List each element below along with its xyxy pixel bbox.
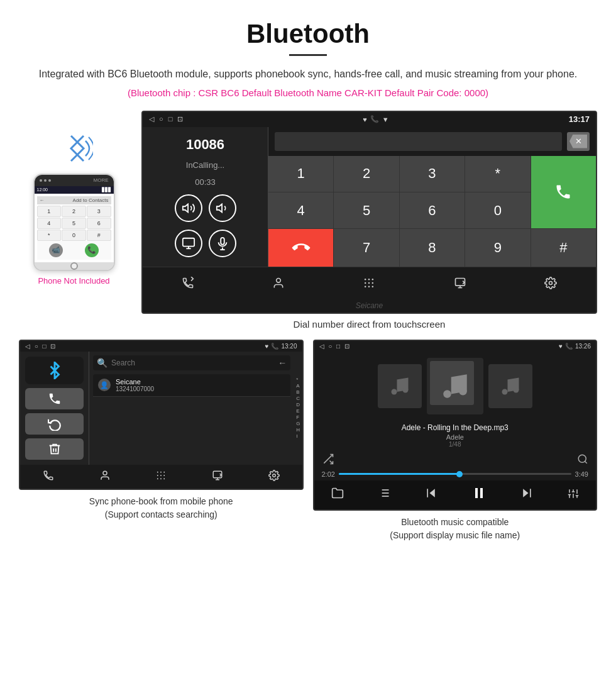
svg-point-30 — [160, 478, 162, 479]
numpad-key-5[interactable]: 5 — [334, 192, 399, 228]
bluetooth-signal-icon — [62, 130, 93, 173]
music-prev-btn[interactable] — [425, 487, 437, 503]
microphone-button[interactable] — [209, 230, 236, 257]
alpha-a[interactable]: A — [296, 383, 300, 389]
pb-toolbar-dialpad[interactable] — [155, 470, 167, 484]
numpad-key-6[interactable]: 6 — [400, 192, 465, 228]
music-screen: ◁ ○ □ ⊡ ♥ 📞 13:26 — [313, 340, 598, 511]
phone-dot — [48, 179, 51, 182]
numpad-key-0[interactable]: 0 — [465, 192, 530, 228]
phonebook-search-input[interactable] — [111, 358, 274, 367]
phone-key-4[interactable]: 4 — [37, 218, 62, 229]
pb-notif-icon[interactable]: ⊡ — [50, 343, 55, 350]
phone-home-bar — [35, 262, 114, 270]
numpad-key-2[interactable]: 2 — [334, 156, 399, 192]
search-back-icon[interactable]: ← — [278, 358, 287, 368]
numpad-key-3[interactable]: 3 — [400, 156, 465, 192]
phone-video-btn[interactable]: 📹 — [49, 243, 63, 257]
svg-point-31 — [164, 478, 165, 479]
music-folder-btn[interactable] — [331, 487, 344, 503]
phone-screen: ← Add to Contacts 1 2 3 4 5 6 * 0 # 📹 📞 — [35, 194, 114, 262]
toolbar-carplay-btn[interactable] — [448, 274, 473, 292]
phone-key-2[interactable]: 2 — [62, 206, 86, 217]
toolbar-contacts-btn[interactable] — [266, 274, 291, 292]
numpad-key-star[interactable]: * — [465, 156, 530, 192]
svg-point-29 — [157, 478, 158, 479]
notification-icon[interactable]: ⊡ — [177, 115, 183, 123]
page-header: Bluetooth Integrated with BC6 Bluetooth … — [0, 0, 616, 104]
alpha-d[interactable]: D — [296, 402, 300, 408]
phone-call-btn[interactable]: 📞 — [85, 243, 99, 257]
contact-item[interactable]: 👤 Seicane 13241007000 — [93, 374, 290, 397]
music-notif-icon[interactable]: ⊡ — [344, 343, 349, 350]
alpha-f[interactable]: F — [296, 414, 300, 420]
music-phone-icon: 📞 — [565, 343, 573, 350]
music-next-btn[interactable] — [520, 487, 533, 503]
page-specs: (Bluetooth chip : CSR BC6 Default Blueto… — [13, 87, 603, 98]
search-icon: 🔍 — [97, 358, 107, 368]
phone-key-3[interactable]: 3 — [87, 206, 111, 217]
delete-btn[interactable] — [25, 438, 84, 460]
phone-time: 12:00 — [37, 187, 48, 192]
alpha-h[interactable]: H — [296, 427, 300, 433]
number-input-field[interactable] — [275, 132, 562, 151]
numpad-key-9[interactable]: 9 — [465, 229, 530, 266]
alpha-i[interactable]: I — [296, 433, 300, 439]
svg-point-37 — [402, 387, 408, 392]
phone-key-1[interactable]: 1 — [37, 206, 62, 217]
numpad-key-7[interactable]: 7 — [334, 229, 399, 266]
alpha-b[interactable]: B — [296, 389, 300, 395]
phone-key-5[interactable]: 5 — [62, 218, 86, 229]
toolbar-dialpad-btn[interactable] — [356, 274, 382, 292]
back-icon[interactable]: ◁ — [149, 115, 154, 123]
music-track-num: 1/48 — [317, 441, 594, 448]
phone-home-button[interactable] — [70, 262, 78, 270]
pb-home-icon[interactable]: ○ — [35, 343, 38, 350]
svg-rect-2 — [182, 238, 194, 246]
phone-key-star[interactable]: * — [37, 230, 62, 241]
call-end-button[interactable] — [268, 229, 333, 266]
alpha-star[interactable]: * — [296, 377, 300, 382]
numpad-key-8[interactable]: 8 — [400, 229, 465, 266]
pb-square-icon[interactable]: □ — [43, 343, 47, 350]
pb-toolbar-carplay[interactable] — [212, 470, 223, 484]
alpha-e[interactable]: E — [296, 408, 300, 414]
music-artist: Adele — [317, 433, 594, 441]
svg-point-40 — [502, 389, 507, 394]
music-list-btn[interactable] — [378, 487, 390, 503]
music-home-icon[interactable]: ○ — [328, 343, 332, 350]
volume-down-button[interactable] — [209, 194, 236, 222]
progress-bar[interactable] — [339, 473, 571, 475]
volume-up-button[interactable] — [175, 194, 202, 222]
phone-call-sidebar-btn[interactable] — [25, 388, 84, 409]
numpad-key-hash[interactable]: # — [531, 229, 596, 266]
square-icon[interactable]: □ — [168, 115, 173, 123]
svg-point-24 — [160, 471, 162, 472]
music-eq-btn[interactable] — [568, 488, 579, 502]
phone-key-6[interactable]: 6 — [87, 218, 111, 229]
shuffle-icon[interactable] — [322, 453, 334, 468]
pb-toolbar-settings[interactable] — [268, 470, 280, 484]
toolbar-calls-btn[interactable] — [175, 274, 201, 292]
bluetooth-active-icon[interactable] — [25, 357, 84, 384]
transfer-button[interactable] — [175, 230, 202, 257]
search-music-icon[interactable] — [577, 453, 588, 467]
music-back-icon[interactable]: ◁ — [319, 343, 324, 350]
pb-back-icon[interactable]: ◁ — [25, 343, 30, 350]
numpad-key-4[interactable]: 4 — [268, 192, 333, 228]
phone-key-0[interactable]: 0 — [62, 230, 86, 241]
numpad-key-1[interactable]: 1 — [268, 156, 333, 192]
alpha-g[interactable]: G — [296, 421, 300, 426]
pb-toolbar-contacts[interactable] — [99, 470, 111, 484]
clear-button[interactable]: ✕ — [567, 132, 590, 151]
home-icon[interactable]: ○ — [159, 115, 163, 123]
call-accept-button[interactable] — [531, 156, 596, 229]
toolbar-settings-btn[interactable] — [538, 274, 563, 292]
phone-key-hash[interactable]: # — [87, 230, 111, 241]
phonebook-caption: Sync phone-book from mobile phone (Suppo… — [19, 495, 304, 521]
sync-btn[interactable] — [25, 413, 84, 435]
music-play-btn[interactable] — [471, 486, 487, 504]
music-square-icon[interactable]: □ — [336, 343, 340, 350]
pb-toolbar-calls[interactable] — [43, 470, 54, 484]
alpha-c[interactable]: C — [296, 396, 300, 401]
